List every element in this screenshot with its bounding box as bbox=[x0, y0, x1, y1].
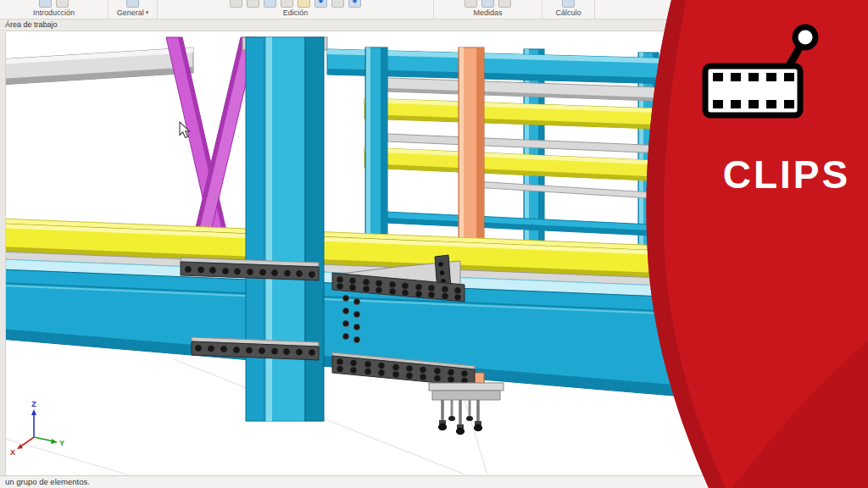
general-dropdown-caret[interactable]: ▾ bbox=[146, 9, 149, 16]
ribbon-group-medidas: Medidas bbox=[434, 0, 542, 19]
workspace-tab-label: Área de trabajo bbox=[5, 20, 58, 29]
toolbar-icon[interactable] bbox=[481, 0, 494, 8]
ribbon-group-introduccion: Introducción bbox=[0, 0, 108, 19]
ribbon-group-label: Introducción bbox=[33, 8, 75, 19]
toolbar-icon[interactable] bbox=[281, 0, 293, 8]
axis-x-label: X bbox=[10, 448, 15, 457]
axis-y-label: Y bbox=[59, 439, 64, 447]
toolbar-icon[interactable] bbox=[298, 0, 310, 8]
beam-steel-top-left[interactable] bbox=[0, 47, 193, 85]
clips-banner: CLIPS bbox=[631, 0, 868, 488]
toolbar-icon[interactable] bbox=[264, 0, 276, 8]
toolbar-icon[interactable] bbox=[126, 0, 139, 8]
axis-z-label: Z bbox=[31, 400, 36, 408]
toolbar-icon[interactable]: ◆ bbox=[348, 0, 361, 8]
toolbar-icon[interactable] bbox=[562, 0, 575, 8]
status-text: un grupo de elementos. bbox=[5, 477, 90, 486]
ribbon-group-label: Cálculo bbox=[555, 8, 581, 19]
toolbar-icon[interactable] bbox=[465, 0, 477, 8]
toolbar-icon[interactable]: ◆ bbox=[314, 0, 327, 8]
toolbar-icon[interactable] bbox=[498, 0, 511, 8]
ribbon-group-general: General ▾ bbox=[108, 0, 158, 19]
toolbar-icon[interactable] bbox=[230, 0, 242, 8]
viewport-left-margin bbox=[0, 32, 6, 475]
toolbar-icon[interactable] bbox=[39, 0, 52, 8]
toolbar-icon[interactable] bbox=[56, 0, 69, 8]
base-plate-anchor[interactable] bbox=[429, 383, 504, 435]
toolbar-icon[interactable] bbox=[331, 0, 344, 8]
clips-title: CLIPS bbox=[723, 152, 850, 197]
toolbar-icon[interactable] bbox=[247, 0, 259, 8]
ribbon-group-label: Edición bbox=[283, 8, 309, 19]
ribbon-group-calculo: Cálculo bbox=[542, 0, 595, 19]
ribbon-group-label: General bbox=[117, 8, 144, 17]
column-cyan-front[interactable] bbox=[365, 47, 387, 256]
column-cyan-main[interactable] bbox=[242, 37, 327, 421]
ribbon-group-label: Medidas bbox=[473, 8, 502, 19]
ribbon-group-edicion: ◆ ◆ Edición bbox=[158, 0, 434, 19]
